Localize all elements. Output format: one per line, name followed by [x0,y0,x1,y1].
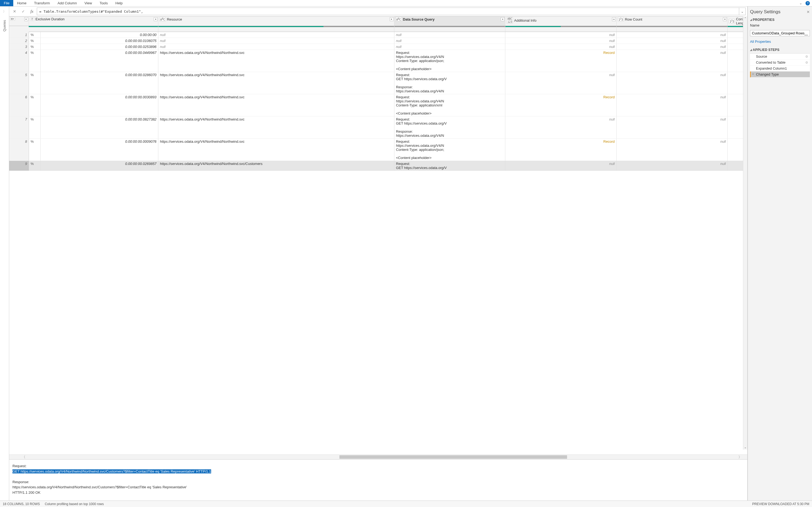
cell-dur[interactable]: 0.00:00:00.0827382 [41,116,158,139]
query-name-input[interactable] [750,30,810,36]
cell-dsq[interactable]: null [394,44,505,50]
cell-res[interactable]: null [158,32,394,38]
formula-input[interactable] [37,8,739,15]
table-row[interactable]: 4%0.00:00:00.0449967https://services.oda… [9,50,747,72]
step-gear-icon[interactable]: ⚙ [805,61,808,64]
step-gear-icon[interactable]: ⚙ [805,55,808,58]
cell-ai[interactable]: Record [505,50,617,72]
table-row[interactable]: 6%0.00:00:00.0030893https://services.oda… [9,94,747,116]
row-number[interactable]: 7 [9,116,29,139]
cell-rc[interactable]: null [616,72,728,94]
expand-queries-icon[interactable]: 〉 [3,9,6,14]
row-number[interactable]: 4 [9,50,29,72]
applied-step[interactable]: Converted to Table⚙ [750,60,810,65]
col-exclusive-duration[interactable]: ⏱Exclusive Duration▾ [29,16,158,26]
cell-ai[interactable]: null [505,72,617,94]
col-data-source-query[interactable]: ABCData Source Query▾ [394,16,505,26]
cell-pctcol[interactable]: % [29,44,40,50]
status-profiling[interactable]: Column profiling based on top 1000 rows [45,502,104,506]
cell-dsq[interactable]: Request: GET https://services.odata.org/… [394,72,505,94]
cell-rc[interactable]: null [616,116,728,139]
cell-res[interactable]: https://services.odata.org/V4/Northwind/… [158,139,394,161]
cell-dsq[interactable]: Request: https://services.odata.org/V4/N… [394,50,505,72]
applied-step[interactable]: Expanded Column1 [750,65,810,71]
cell-rc[interactable]: null [616,161,728,171]
data-grid[interactable]: ⊞▾▾ ⏱Exclusive Duration▾ ABCResource▾ AB… [9,16,747,454]
menu-add-column[interactable]: Add Column [54,0,81,6]
cell-res[interactable]: https://services.odata.org/V4/Northwind/… [158,116,394,139]
cell-rc[interactable]: null [616,32,728,38]
row-number[interactable]: 9 [9,161,29,171]
table-corner[interactable]: ⊞▾▾ [9,16,29,26]
cell-pctcol[interactable]: % [29,72,40,94]
cell-rc[interactable]: null [616,38,728,44]
cell-rc[interactable]: null [616,44,728,50]
cell-rc[interactable]: null [616,50,728,72]
vertical-scrollbar[interactable]: ⌃⌄ [743,16,747,450]
cell-dsq[interactable]: Request: GET https://services.odata.org/… [394,161,505,171]
fx-icon[interactable]: fx [28,8,36,15]
scroll-left-icon[interactable]: 〈 [21,455,26,460]
cell-dur[interactable]: 0.00:00:00.0253896 [41,44,158,50]
table-row[interactable]: 2%0.00:00:00.0106075nullnullnullnull [9,38,747,44]
cell-pctcol[interactable]: % [29,38,40,44]
cell-dsq[interactable]: null [394,38,505,44]
cell-ai[interactable]: Record [505,94,617,116]
all-properties-link[interactable]: All Properties [750,40,810,44]
table-row[interactable]: 5%0.00:00:00.0286070https://services.oda… [9,72,747,94]
cell-ai[interactable]: null [505,161,617,171]
cell-dur[interactable]: 0.00:00:00.0009076 [41,139,158,161]
row-number[interactable]: 2 [9,38,29,44]
scroll-down-icon[interactable]: ⌄ [744,445,747,450]
ribbon-collapse-icon[interactable]: ⌄ [797,0,804,6]
cell-pctcol[interactable]: % [29,139,40,161]
menu-home[interactable]: Home [13,0,30,6]
cell-rc[interactable]: null [616,94,728,116]
cancel-formula-icon[interactable]: ✕ [11,8,18,15]
cell-pctcol[interactable]: % [29,94,40,116]
cell-res[interactable]: https://services.odata.org/V4/Northwind/… [158,72,394,94]
table-row[interactable]: 1%0.00:00:00nullnullnullnull [9,32,747,38]
hscroll-thumb[interactable] [339,455,567,459]
formula-expand-icon[interactable]: ⌄ [739,8,746,15]
row-number[interactable]: 5 [9,72,29,94]
cell-rc[interactable]: null [616,139,728,161]
cell-dsq[interactable]: null [394,32,505,38]
queries-pane-collapsed[interactable]: 〉 Queries [0,6,9,501]
cell-res[interactable]: null [158,38,394,44]
cell-res[interactable]: https://services.odata.org/V4/Northwind/… [158,161,394,171]
cell-ai[interactable]: null [505,44,617,50]
cell-dur[interactable]: 0.00:00:00.0449967 [41,50,158,72]
row-number[interactable]: 1 [9,32,29,38]
table-row[interactable]: 8%0.00:00:00.0009076https://services.oda… [9,139,747,161]
cell-ai[interactable]: null [505,116,617,139]
scroll-up-icon[interactable]: ⌃ [744,16,747,21]
cell-ai[interactable]: Record [505,139,617,161]
applied-step[interactable]: Source⚙ [750,54,810,60]
cell-dsq[interactable]: Request: https://services.odata.org/V4/N… [394,139,505,161]
cell-pctcol[interactable]: % [29,50,40,72]
applied-step[interactable]: Changed Type [750,71,810,77]
row-number[interactable]: 8 [9,139,29,161]
table-row[interactable]: 3%0.00:00:00.0253896nullnullnullnull [9,44,747,50]
cell-res[interactable]: null [158,44,394,50]
cell-dsq[interactable]: Request: GET https://services.odata.org/… [394,116,505,139]
menu-help[interactable]: Help [112,0,126,6]
cell-ai[interactable]: null [505,32,617,38]
table-row[interactable]: 7%0.00:00:00.0827382https://services.oda… [9,116,747,139]
cell-res[interactable]: https://services.odata.org/V4/Northwind/… [158,94,394,116]
menu-transform[interactable]: Transform [30,0,54,6]
menu-view[interactable]: View [81,0,96,6]
horizontal-scrollbar[interactable]: 〈 〉 [9,454,747,459]
cell-pctcol[interactable]: % [29,32,40,38]
cell-dur[interactable]: 0.00:00:00.0286070 [41,72,158,94]
row-number[interactable]: 6 [9,94,29,116]
cell-res[interactable]: https://services.odata.org/V4/Northwind/… [158,50,394,72]
col-additional-info[interactable]: ABC123Additional Info↭ [505,16,617,26]
commit-formula-icon[interactable]: ✓ [19,8,27,15]
cell-pctcol[interactable]: % [29,116,40,139]
col-row-count[interactable]: 123Row Count▾ [616,16,728,26]
cell-ai[interactable]: null [505,38,617,44]
row-number[interactable]: 3 [9,44,29,50]
col-resource[interactable]: ABCResource▾ [158,16,394,26]
